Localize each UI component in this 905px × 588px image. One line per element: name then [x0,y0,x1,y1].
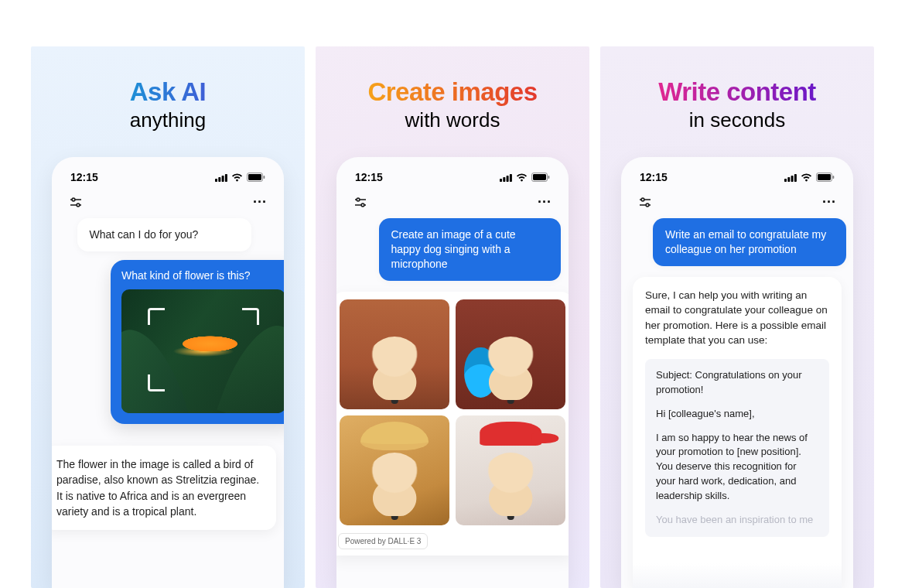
status-icons [500,173,550,182]
status-time: 12:15 [70,171,98,183]
svg-point-20 [357,198,360,201]
svg-point-31 [641,198,644,201]
status-icons [215,173,265,182]
battery-icon [247,173,265,182]
svg-rect-24 [791,176,794,182]
svg-rect-11 [500,179,502,182]
headline: Create images with words [367,77,537,132]
svg-rect-25 [794,174,797,182]
wifi-icon [516,173,528,182]
more-icon[interactable]: ··· [253,194,267,210]
marketing-panels: Ask AI anything 12:15 ··· What can I do … [31,46,874,588]
status-icons [784,173,835,182]
svg-rect-5 [248,174,261,180]
battery-icon [531,173,550,182]
headline-sub: anything [130,108,206,132]
signal-icon [500,173,512,182]
svg-rect-28 [833,176,835,179]
svg-point-10 [77,203,80,207]
svg-rect-13 [507,176,509,182]
crop-overlay [148,308,259,391]
svg-rect-27 [818,174,831,180]
email-greeting: Hi [colleague's name], [656,407,818,422]
svg-rect-0 [215,179,217,182]
user-image-query-card[interactable]: What kind of flower is this? [111,260,284,424]
signal-icon [215,173,227,182]
headline-sub: in seconds [658,108,816,132]
settings-sliders-icon[interactable] [638,196,652,210]
headline: Write content in seconds [658,77,816,132]
phone-mockup: 12:15 ··· What can I do for you? What ki… [52,157,284,588]
phone-mockup: 12:15 ··· Write an email to congratulate… [621,157,853,588]
wifi-icon [801,173,812,182]
svg-rect-14 [510,174,512,182]
phone-mockup: 12:15 ··· Create an image of a cute happ… [336,157,569,588]
email-subject: Subject: Congratulations on your promoti… [656,368,818,398]
email-body-1: I am so happy to hear the news of your p… [656,431,818,504]
headline-main: Create images [367,77,537,107]
ai-email-response: Sure, I can help you with writing an ema… [633,277,842,588]
generated-image-2[interactable] [456,299,565,409]
user-question-text: What kind of flower is this? [121,269,284,282]
more-icon[interactable]: ··· [822,194,836,210]
generated-image-3[interactable] [340,415,449,525]
email-body-2: You have been an inspiration to me [656,513,818,528]
user-prompt-bubble: Write an email to congratulate my collea… [653,218,846,266]
generated-image-1[interactable] [340,299,449,409]
panel-ask-ai: Ask AI anything 12:15 ··· What can I do … [31,46,305,588]
image-grid [340,299,565,525]
headline: Ask AI anything [130,77,206,132]
svg-rect-12 [503,177,505,182]
settings-sliders-icon[interactable] [353,196,367,210]
svg-rect-2 [222,176,224,182]
headline-main: Ask AI [130,77,206,107]
email-template: Subject: Congratulations on your promoti… [645,359,829,537]
svg-rect-17 [548,176,550,179]
headline-main: Write content [658,77,816,107]
svg-point-9 [72,198,75,201]
panel-create-images: Create images with words 12:15 ··· Creat… [316,46,589,588]
ai-flower-response: The flower in the image is called a bird… [52,446,276,530]
ai-greeting-bubble: What can I do for you? [77,218,251,251]
svg-point-21 [361,203,364,207]
nav-bar: ··· [52,190,284,218]
svg-rect-3 [225,174,227,182]
status-bar: 12:15 [52,166,284,190]
nav-bar: ··· [621,190,853,218]
panel-write-content: Write content in seconds 12:15 ··· Write… [600,46,874,588]
svg-rect-6 [264,176,265,179]
settings-sliders-icon[interactable] [69,196,83,210]
more-icon[interactable]: ··· [538,194,552,210]
generated-images-card: Powered by DALL·E 3 [336,292,569,556]
signal-icon [784,173,797,182]
wifi-icon [231,173,243,182]
user-prompt-bubble: Create an image of a cute happy dog sing… [379,218,561,281]
battery-icon [816,173,835,182]
status-time: 12:15 [355,171,383,183]
status-bar: 12:15 [621,166,853,190]
uploaded-flower-image [121,289,284,413]
svg-rect-22 [784,179,787,182]
svg-point-32 [646,203,649,207]
nav-bar: ··· [336,190,569,218]
status-time: 12:15 [640,171,668,183]
headline-sub: with words [367,108,537,132]
status-bar: 12:15 [336,166,569,190]
svg-rect-1 [218,177,220,182]
svg-rect-23 [787,177,790,182]
ai-intro-text: Sure, I can help you with writing an ema… [645,288,829,348]
powered-by-badge: Powered by DALL·E 3 [338,533,428,549]
generated-image-4[interactable] [456,415,565,525]
svg-rect-16 [533,174,546,180]
